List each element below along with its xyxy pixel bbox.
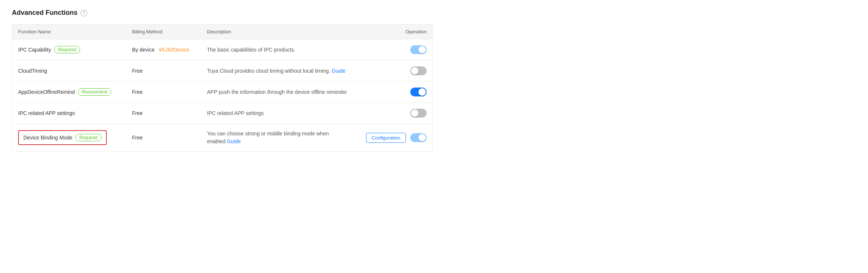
function-name-cell: CloudTiming — [18, 68, 120, 74]
help-icon[interactable]: ? — [80, 10, 87, 16]
function-name-cloudtiming: CloudTiming — [18, 68, 47, 74]
function-name-ipc-app-settings: IPC related APP settings — [18, 110, 75, 116]
function-name-cell: AppDeviceOffineRemind Recommend — [18, 88, 120, 96]
billing-method-app-remind: Free — [132, 89, 143, 95]
function-name-cell: IPC related APP settings — [18, 110, 120, 116]
table-row: AppDeviceOffineRemind Recommend Free APP… — [12, 82, 433, 103]
operation-cell-app-remind — [360, 88, 427, 96]
table-row: CloudTiming Free Tuya Cloud provides clo… — [12, 60, 433, 82]
toggle-cloudtiming[interactable] — [410, 66, 427, 75]
toggle-app-remind[interactable] — [410, 88, 427, 96]
col-header-function-name: Function Name — [12, 24, 126, 39]
description-ipc-app: IPC related APP settings — [207, 110, 264, 116]
toggle-ipc-app[interactable] — [410, 109, 427, 118]
billing-method-cloudtiming: Free — [132, 68, 143, 74]
table-header-row: Function Name Billing Method Description… — [12, 24, 433, 39]
description-app-remind: APP push the information through the dev… — [207, 89, 347, 95]
billing-method-ipc-app: Free — [132, 110, 143, 116]
badge-required-device-binding: Required — [75, 134, 102, 141]
function-name-cell: IPC Capability Required — [18, 46, 120, 53]
function-name-app-remind: AppDeviceOffineRemind — [18, 89, 75, 95]
function-name-ipc-capability: IPC Capability — [18, 47, 51, 53]
function-name-device-binding: Device Binding Mode — [23, 135, 72, 141]
badge-recommend-app-remind: Recommend — [78, 88, 111, 96]
operation-cell-device-binding: Configuration — [360, 133, 427, 143]
billing-method-device-binding: Free — [132, 135, 143, 141]
device-binding-highlight-box: Device Binding Mode Required — [18, 130, 107, 145]
table-row: IPC Capability Required By device ¥5.00/… — [12, 39, 433, 60]
operation-cell-cloudtiming — [360, 66, 427, 75]
guide-link-cloudtiming[interactable]: Guide — [332, 68, 345, 74]
col-header-billing-method: Billing Method — [126, 24, 201, 39]
description-ipc: The basic capabilities of IPC products. — [207, 47, 295, 53]
description-device-binding: You can choose strong or middle binding … — [207, 131, 329, 144]
toggle-device-binding[interactable] — [410, 133, 427, 142]
toggle-ipc[interactable] — [410, 45, 427, 54]
table-row-device-binding: Device Binding Mode Required Free You ca… — [12, 124, 433, 152]
col-header-description: Description — [201, 24, 354, 39]
operation-cell-ipc-app — [360, 109, 427, 118]
configuration-button[interactable]: Configuration — [366, 133, 406, 143]
badge-required-ipc: Required — [54, 46, 80, 53]
operation-cell-ipc — [360, 45, 427, 54]
col-header-operation: Operation — [354, 24, 433, 39]
section-title: Advanced Functions — [12, 9, 77, 17]
table-row: IPC related APP settings Free IPC relate… — [12, 103, 433, 124]
billing-method-ipc: By device — [132, 47, 155, 53]
description-cloudtiming: Tuya Cloud provides cloud timing without… — [207, 68, 331, 74]
advanced-functions-table: Function Name Billing Method Description… — [12, 24, 433, 152]
price-ipc: ¥5.00/Device — [159, 47, 189, 53]
guide-link-device-binding[interactable]: Guide — [227, 138, 241, 144]
